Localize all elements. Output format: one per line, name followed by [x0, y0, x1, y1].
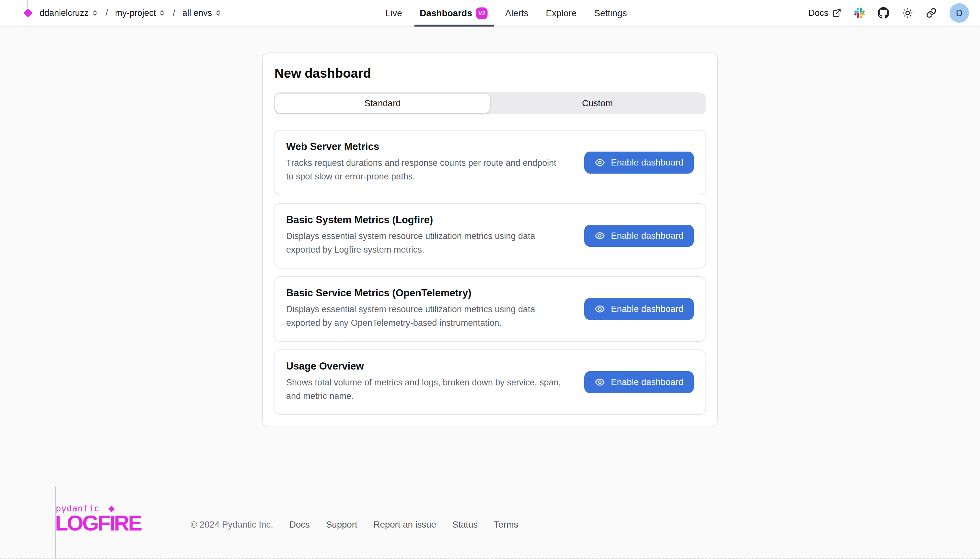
dashboard-option-basic-system-metrics-logfire: Basic System Metrics (Logfire) Displays … [274, 203, 706, 268]
enable-dashboard-label: Enable dashboard [611, 231, 683, 241]
share-link-button[interactable] [926, 8, 937, 18]
option-title: Usage Overview [286, 361, 561, 372]
new-dashboard-card: New dashboard Standard Custom Web Server… [262, 53, 718, 427]
tab-label: Explore [546, 8, 577, 18]
option-title: Basic System Metrics (Logfire) [286, 214, 561, 226]
slack-icon [854, 8, 865, 18]
option-description: Displays essential system resource utili… [286, 230, 561, 257]
breadcrumb: ddanielcruzz / my-project / all envs [25, 0, 222, 26]
github-link[interactable] [877, 7, 889, 19]
slack-link[interactable] [854, 8, 865, 18]
top-nav: ddanielcruzz / my-project / all envs Liv… [0, 0, 980, 26]
footer-link-support[interactable]: Support [326, 519, 357, 530]
page-title: New dashboard [275, 66, 706, 81]
avatar-initial: D [956, 8, 963, 18]
enable-dashboard-button[interactable]: Enable dashboard [584, 371, 694, 393]
tab-explore[interactable]: Explore [546, 0, 577, 26]
option-description: Shows total volume of metrics and logs, … [286, 376, 561, 403]
option-text: Basic System Metrics (Logfire) Displays … [286, 214, 561, 257]
copyright-text: © 2024 Pydantic Inc. [191, 519, 273, 530]
docs-label: Docs [808, 8, 828, 18]
breadcrumb-project-selector[interactable]: my-project [115, 8, 166, 18]
v2-badge: V2 [476, 7, 488, 19]
enable-dashboard-label: Enable dashboard [611, 377, 683, 387]
footer-nav: © 2024 Pydantic Inc. Docs Support Report… [191, 519, 518, 530]
link-icon [926, 8, 937, 18]
footer-link-terms[interactable]: Terms [494, 519, 518, 530]
breadcrumb-org-label: ddanielcruzz [40, 8, 89, 18]
option-description: Displays essential system resource utili… [286, 303, 561, 330]
breadcrumb-project-label: my-project [115, 8, 156, 18]
tab-settings[interactable]: Settings [594, 0, 627, 26]
dashboard-option-usage-overview: Usage Overview Shows total volume of met… [274, 349, 706, 415]
dashboard-option-basic-service-metrics-otel: Basic Service Metrics (OpenTelemetry) Di… [274, 276, 706, 342]
external-link-icon [832, 8, 841, 18]
option-text: Usage Overview Shows total volume of met… [286, 361, 561, 403]
tab-live[interactable]: Live [386, 0, 402, 26]
option-text: Basic Service Metrics (OpenTelemetry) Di… [286, 287, 561, 330]
toggle-option-standard[interactable]: Standard [275, 94, 490, 113]
bottom-edge-dashed-line [0, 558, 980, 559]
enable-dashboard-label: Enable dashboard [611, 157, 683, 168]
option-text: Web Server Metrics Tracks request durati… [286, 141, 561, 184]
enable-dashboard-button[interactable]: Enable dashboard [584, 152, 694, 174]
eye-icon [595, 377, 605, 387]
option-title: Web Server Metrics [286, 141, 561, 152]
breadcrumb-env-selector[interactable]: all envs [182, 8, 222, 18]
tab-label: Live [386, 8, 402, 18]
dashboard-type-toggle: Standard Custom [274, 92, 706, 114]
main-nav-tabs: Live Dashboards V2 Alerts Explore Settin… [386, 0, 627, 26]
logo-logfire-text: LOGFIRE [55, 511, 141, 535]
eye-icon [595, 157, 605, 168]
tab-label: Alerts [505, 8, 529, 18]
enable-dashboard-label: Enable dashboard [611, 304, 683, 314]
enable-dashboard-button[interactable]: Enable dashboard [584, 298, 694, 320]
logfire-diamond-icon [23, 8, 32, 18]
sun-icon [902, 7, 913, 18]
eye-icon [595, 231, 605, 241]
tab-dashboards[interactable]: Dashboards V2 [420, 0, 488, 26]
option-title: Basic Service Metrics (OpenTelemetry) [286, 287, 561, 299]
main-content: New dashboard Standard Custom Web Server… [0, 53, 980, 427]
breadcrumb-separator: / [171, 8, 177, 18]
github-icon [877, 7, 889, 19]
theme-toggle[interactable] [902, 7, 913, 18]
chevrons-up-down-icon [214, 9, 222, 17]
active-tab-underline [415, 25, 494, 26]
tab-alerts[interactable]: Alerts [505, 0, 529, 26]
tab-label: Dashboards [420, 8, 472, 18]
footer-link-docs[interactable]: Docs [289, 519, 310, 530]
pydantic-logfire-logo[interactable]: pydantic LOGFIRE [55, 503, 141, 535]
nav-actions: Docs [808, 0, 969, 26]
toggle-option-custom[interactable]: Custom [490, 94, 705, 113]
breadcrumb-org-selector[interactable]: ddanielcruzz [40, 8, 98, 18]
option-description: Tracks request durations and response co… [286, 156, 561, 184]
enable-dashboard-button[interactable]: Enable dashboard [584, 225, 694, 247]
dashboard-options-list: Web Server Metrics Tracks request durati… [274, 130, 706, 415]
chevrons-up-down-icon [91, 9, 98, 17]
chevrons-up-down-icon [159, 9, 166, 17]
eye-icon [595, 304, 605, 314]
docs-link[interactable]: Docs [808, 8, 841, 18]
tab-label: Settings [594, 8, 627, 18]
footer-link-report-an-issue[interactable]: Report an issue [374, 519, 436, 530]
user-avatar[interactable]: D [950, 3, 969, 23]
breadcrumb-env-label: all envs [182, 8, 212, 18]
breadcrumb-separator: / [104, 8, 109, 18]
footer-link-status[interactable]: Status [453, 519, 478, 530]
dashboard-option-web-server-metrics: Web Server Metrics Tracks request durati… [274, 130, 706, 195]
